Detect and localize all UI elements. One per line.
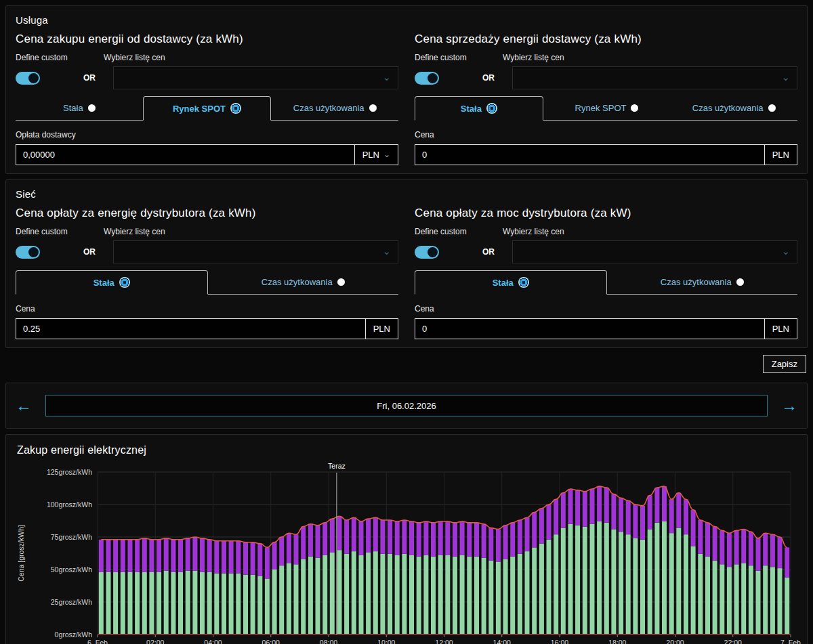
radio-icon — [369, 104, 377, 112]
tab-label: Czas użytkowania — [692, 103, 764, 113]
price-chart-svg: 0grosz/kWh25grosz/kWh50grosz/kWh75grosz/… — [16, 459, 807, 644]
tab-label: Stała — [493, 278, 514, 288]
price-input-wrap: PLN — [16, 318, 398, 339]
radio-icon — [631, 104, 638, 112]
tab-rynek-spot[interactable]: Rynek SPOT — [543, 96, 671, 121]
energy-distribution-heading: Cena opłaty za energię dystrybutora (za … — [16, 207, 398, 220]
save-row: Zapisz — [5, 355, 806, 373]
tab-label: Rynek SPOT — [173, 104, 226, 114]
svg-text:0grosz/kWh: 0grosz/kWh — [55, 630, 93, 639]
price-list-label: Wybierz listę cen — [104, 227, 165, 236]
next-day-button[interactable]: → — [781, 398, 797, 414]
buy-price-panel: Cena zakupu energii od dostawcy (za kWh)… — [16, 33, 398, 165]
radio-selected-icon — [518, 277, 529, 288]
network-section: Sieć Cena opłaty za energię dystrybutora… — [5, 179, 808, 348]
tab-label: Czas użytkowania — [293, 103, 364, 113]
currency-select[interactable]: PLN ⌄ — [354, 145, 398, 165]
date-display[interactable]: Fri, 06.02.2026 — [45, 395, 768, 416]
currency-suffix: PLN — [365, 319, 398, 339]
or-label: OR — [83, 73, 96, 83]
tab-czas-uzytkowania[interactable]: Czas użytkowania — [607, 270, 798, 295]
tab-label: Stała — [461, 104, 482, 114]
svg-text:7. Feb: 7. Feb — [780, 639, 801, 644]
radio-icon — [768, 104, 776, 112]
tab-czas-uzytkowania[interactable]: Czas użytkowania — [670, 96, 797, 121]
buy-price-heading: Cena zakupu energii od dostawcy (za kWh) — [16, 33, 398, 46]
chevron-down-icon: ⌄ — [382, 72, 391, 82]
field-label: Cena — [415, 304, 797, 314]
price-list-select[interactable]: ⌄ — [113, 66, 398, 89]
radio-icon — [88, 104, 96, 112]
tab-label: Rynek SPOT — [575, 103, 627, 113]
define-custom-label: Define custom — [16, 227, 104, 236]
tab-stala[interactable]: Stała — [415, 270, 607, 295]
tab-label: Czas użytkowania — [262, 277, 333, 287]
svg-text:20:00: 20:00 — [666, 639, 684, 644]
tab-czas-uzytkowania[interactable]: Czas użytkowania — [271, 96, 398, 121]
define-custom-toggle[interactable] — [16, 72, 40, 85]
or-label: OR — [482, 73, 495, 83]
network-section-title: Sieć — [16, 188, 797, 200]
price-list-select[interactable]: ⌄ — [512, 66, 797, 89]
svg-text:100grosz/kWh: 100grosz/kWh — [47, 500, 92, 509]
svg-text:06:00: 06:00 — [262, 639, 280, 644]
currency-label: PLN — [772, 150, 789, 160]
svg-text:08:00: 08:00 — [320, 639, 337, 644]
svg-text:02:00: 02:00 — [146, 639, 164, 644]
service-section: Usługa Cena zakupu energii od dostawcy (… — [5, 5, 808, 174]
sell-price-heading: Cena sprzedaży energii dostawcy (za kWh) — [415, 33, 797, 46]
price-list-select[interactable]: ⌄ — [113, 240, 398, 263]
power-distribution-heading: Cena opłaty za moc dystrybutora (za kW) — [415, 207, 797, 220]
svg-text:125grosz/kWh: 125grosz/kWh — [47, 468, 92, 476]
price-input-wrap: PLN — [415, 318, 797, 339]
svg-text:25grosz/kWh: 25grosz/kWh — [51, 598, 92, 606]
energy-distribution-tabs: Stała Czas użytkowania — [16, 270, 398, 295]
chevron-down-icon: ⌄ — [781, 246, 790, 256]
power-distribution-fee-panel: Cena opłaty za moc dystrybutora (za kW) … — [415, 207, 797, 339]
price-input[interactable] — [16, 319, 365, 339]
svg-text:22:00: 22:00 — [724, 639, 742, 644]
define-custom-label: Define custom — [415, 53, 503, 62]
tab-label: Czas użytkowania — [661, 277, 732, 287]
field-label: Cena — [16, 304, 398, 314]
price-input[interactable] — [415, 319, 764, 339]
field-label: Opłata dostawcy — [16, 130, 398, 139]
define-custom-toggle[interactable] — [415, 72, 439, 85]
currency-label: PLN — [362, 150, 379, 160]
price-input-wrap: PLN — [415, 144, 797, 165]
price-input-wrap: PLN ⌄ — [16, 144, 398, 165]
price-chart: 0grosz/kWh25grosz/kWh50grosz/kWh75grosz/… — [16, 459, 797, 644]
prev-day-button[interactable]: ← — [16, 398, 32, 414]
svg-text:10:00: 10:00 — [377, 639, 395, 644]
field-label: Cena — [415, 130, 797, 139]
tab-stala[interactable]: Stała — [415, 96, 543, 121]
define-custom-toggle[interactable] — [16, 246, 40, 259]
define-custom-toggle[interactable] — [415, 246, 439, 259]
save-button[interactable]: Zapisz — [763, 355, 806, 373]
define-custom-label: Define custom — [415, 227, 503, 236]
currency-label: PLN — [772, 324, 789, 334]
date-nav: ← Fri, 06.02.2026 → — [5, 383, 808, 429]
svg-text:Cena [grosz/kWh]: Cena [grosz/kWh] — [17, 525, 25, 582]
chart-title: Zakup energii elektrycznej — [17, 444, 797, 456]
svg-text:14:00: 14:00 — [493, 639, 511, 644]
radio-selected-icon — [230, 103, 241, 114]
sell-price-tabs: Stała Rynek SPOT Czas użytkowania — [415, 96, 797, 121]
or-label: OR — [83, 247, 96, 257]
price-list-select[interactable]: ⌄ — [512, 240, 797, 263]
price-input[interactable] — [16, 145, 354, 165]
tab-stala[interactable]: Stała — [16, 96, 143, 121]
sell-price-panel: Cena sprzedaży energii dostawcy (za kWh)… — [415, 33, 797, 165]
define-custom-label: Define custom — [16, 53, 104, 62]
energy-distribution-fee-panel: Cena opłaty za energię dystrybutora (za … — [16, 207, 398, 339]
tab-czas-uzytkowania[interactable]: Czas użytkowania — [208, 270, 399, 295]
radio-selected-icon — [486, 103, 497, 114]
svg-text:75grosz/kWh: 75grosz/kWh — [51, 533, 92, 541]
service-section-title: Usługa — [16, 14, 797, 26]
price-input[interactable] — [415, 145, 764, 165]
tab-stala[interactable]: Stała — [16, 270, 208, 295]
tab-rynek-spot[interactable]: Rynek SPOT — [143, 96, 272, 121]
now-marker-label: Teraz — [328, 462, 346, 470]
chevron-down-icon: ⌄ — [781, 72, 790, 82]
currency-label: PLN — [373, 324, 390, 334]
